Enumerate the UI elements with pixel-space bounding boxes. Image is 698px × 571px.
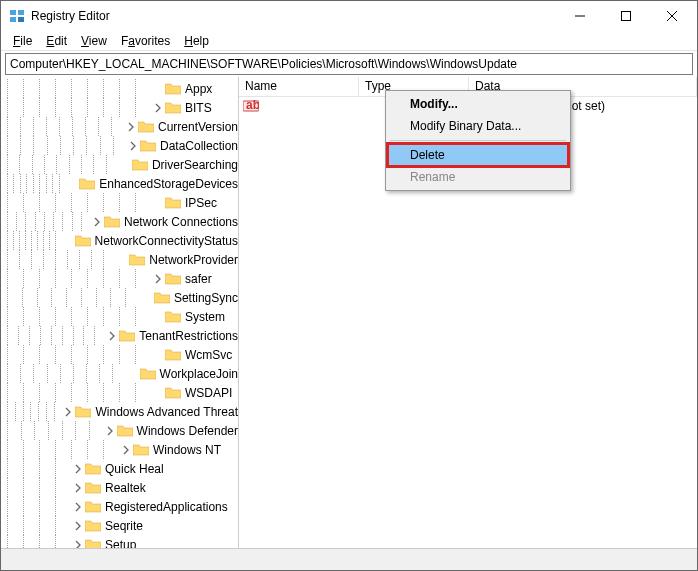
maximize-button[interactable] [603,1,649,31]
window-title: Registry Editor [31,9,557,23]
tree-label: Realtek [105,481,146,495]
tree-label: TenantRestrictions [139,329,238,343]
tree-item[interactable]: TenantRestrictions [1,326,238,345]
chevron-right-icon[interactable] [71,538,85,549]
expander-empty [151,310,165,324]
expander-empty [140,291,154,305]
tree-item[interactable]: WSDAPI [1,383,238,402]
tree-item[interactable]: Seqrite [1,516,238,535]
cm-modify[interactable]: Modify... [388,93,568,115]
tree-label: Windows Defender [137,424,238,438]
menu-edit[interactable]: Edit [40,33,73,49]
tree-item[interactable]: Network Connections [1,212,238,231]
folder-icon [85,462,101,476]
svg-rect-1 [18,10,24,15]
chevron-right-icon[interactable] [103,424,117,438]
tree-label: Setup [105,538,136,549]
cm-rename[interactable]: Rename [388,166,568,188]
tree-item[interactable]: NetworkProvider [1,250,238,269]
chevron-right-icon[interactable] [126,139,140,153]
chevron-right-icon[interactable] [71,519,85,533]
tree-label: System [185,310,225,324]
tree-pane[interactable]: AppxBITSCurrentVersionDataCollectionDriv… [1,77,239,548]
tree-item[interactable]: DataCollection [1,136,238,155]
menu-view[interactable]: View [75,33,113,49]
tree-item[interactable]: BITS [1,98,238,117]
tree-item[interactable]: SettingSync [1,288,238,307]
folder-icon [117,424,133,438]
svg-rect-5 [622,12,631,21]
close-button[interactable] [649,1,695,31]
expander-empty [61,234,75,248]
tree-label: WorkplaceJoin [160,367,238,381]
expander-empty [126,367,140,381]
folder-icon [85,519,101,533]
folder-icon [165,101,181,115]
minimize-button[interactable] [557,1,603,31]
folder-icon [165,196,181,210]
cm-delete[interactable]: Delete [388,144,568,166]
folder-icon [104,215,120,229]
tree-item[interactable]: DriverSearching [1,155,238,174]
tree-item[interactable]: Quick Heal [1,459,238,478]
cm-modify-binary[interactable]: Modify Binary Data... [388,115,568,137]
chevron-right-icon[interactable] [119,443,133,457]
tree-label: RegisteredApplications [105,500,228,514]
tree-item[interactable]: System [1,307,238,326]
chevron-right-icon[interactable] [105,329,119,343]
address-text: Computer\HKEY_LOCAL_MACHINE\SOFTWARE\Pol… [10,57,517,71]
chevron-right-icon[interactable] [90,215,104,229]
svg-rect-0 [10,10,16,15]
tree-item[interactable]: RegisteredApplications [1,497,238,516]
expander-empty [151,386,165,400]
tree-item[interactable]: CurrentVersion [1,117,238,136]
folder-icon [85,538,101,549]
tree-label: Windows NT [153,443,221,457]
chevron-right-icon[interactable] [151,272,165,286]
tree-item[interactable]: Realtek [1,478,238,497]
folder-icon [165,82,181,96]
tree-item[interactable]: NetworkConnectivityStatus [1,231,238,250]
tree-item[interactable]: WorkplaceJoin [1,364,238,383]
address-bar[interactable]: Computer\HKEY_LOCAL_MACHINE\SOFTWARE\Pol… [5,53,693,75]
tree-item[interactable]: Appx [1,79,238,98]
chevron-right-icon[interactable] [151,101,165,115]
expander-empty [151,348,165,362]
tree-label: Quick Heal [105,462,164,476]
folder-icon [154,291,170,305]
tree-item[interactable]: Windows Defender [1,421,238,440]
chevron-right-icon[interactable] [71,462,85,476]
folder-icon [85,481,101,495]
menu-file[interactable]: File [7,33,38,49]
folder-icon [75,234,91,248]
chevron-right-icon[interactable] [61,405,75,419]
folder-icon [165,386,181,400]
chevron-right-icon[interactable] [124,120,138,134]
tree-item[interactable]: Setup [1,535,238,548]
chevron-right-icon[interactable] [71,500,85,514]
titlebar[interactable]: Registry Editor [1,1,697,31]
menu-favorites[interactable]: Favorites [115,33,176,49]
tree-label: DataCollection [160,139,238,153]
tree-label: BITS [185,101,212,115]
tree-item[interactable]: WcmSvc [1,345,238,364]
menubar: File Edit View Favorites Help [1,31,697,51]
tree-label: SettingSync [174,291,238,305]
folder-icon [140,139,156,153]
tree-label: NetworkProvider [149,253,238,267]
tree-item[interactable]: EnhancedStorageDevices [1,174,238,193]
folder-icon [165,348,181,362]
menu-help[interactable]: Help [178,33,215,49]
app-icon [9,8,25,24]
svg-rect-3 [18,17,24,22]
tree-item[interactable]: Windows NT [1,440,238,459]
chevron-right-icon[interactable] [71,481,85,495]
folder-icon [119,329,135,343]
tree-item[interactable]: IPSec [1,193,238,212]
folder-icon [138,120,154,134]
tree-item[interactable]: Windows Advanced Threat [1,402,238,421]
tree-item[interactable]: safer [1,269,238,288]
col-name[interactable]: Name [239,77,359,96]
tree-label: WcmSvc [185,348,232,362]
folder-icon [165,272,181,286]
